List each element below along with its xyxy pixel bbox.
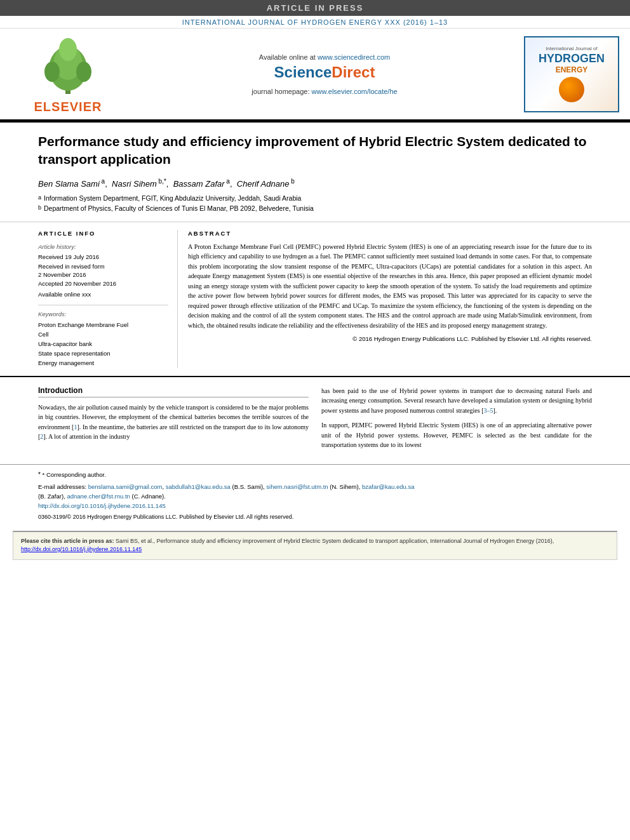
email-bzafar[interactable]: bzafar@kau.edu.sa [362, 483, 415, 490]
footnote-area: * * Corresponding author. E-mail address… [0, 464, 630, 527]
affil-2: b Department of Physics, Faculty of Scie… [38, 204, 592, 214]
email-sami[interactable]: benslama.sami@gmail.com [88, 483, 163, 490]
body-right-col: has been paid to the use of Hybrid power… [321, 386, 592, 455]
corresponding-label: * Corresponding author. [43, 471, 106, 478]
keyword-1: Proton Exchange Membrane FuelCell [38, 320, 168, 339]
doi-link[interactable]: http://dx.doi.org/10.1016/j.ijhydene.201… [38, 502, 166, 509]
email-suffix: (B. Zafar), [38, 493, 67, 500]
footnote-doi: http://dx.doi.org/10.1016/j.ijhydene.201… [38, 501, 592, 510]
svg-point-5 [59, 38, 77, 61]
hydrogen-energy-label: ENERGY [556, 65, 588, 74]
author-1-sup: a [100, 178, 105, 185]
sd-direct-text: Direct [332, 63, 375, 81]
email-sihem[interactable]: sihem.nasri@fst.utm.tn [266, 483, 328, 490]
hydrogen-logo-box: International Journal of HYDROGEN ENERGY [521, 34, 622, 114]
footnote-emails: E-mail addresses: benslama.sami@gmail.co… [38, 482, 592, 501]
author-2-sup: b,* [157, 178, 166, 185]
keyword-3: State space representation [38, 349, 168, 358]
cite-2[interactable]: 2 [40, 433, 43, 440]
info-abstract-section: Article info Article history: Received 1… [0, 222, 630, 377]
author-3-sup: a [225, 178, 230, 185]
history-label: Article history: [38, 242, 168, 252]
sciencedirect-url[interactable]: www.sciencedirect.com [318, 53, 390, 61]
elsevier-text: ELSEVIER [34, 100, 102, 114]
abstract-text: A Proton Exchange Membrane Fuel Cell (PE… [188, 242, 592, 331]
hydrogen-int-label: International Journal of [546, 46, 597, 52]
hydrogen-circle-graphic [559, 77, 584, 102]
cite-3-5[interactable]: 3–5 [484, 407, 493, 414]
citation-bar: Please cite this article in press as: Sa… [13, 531, 617, 560]
affil-1: a Information System Department, FGIT, K… [38, 194, 592, 204]
journal-name-bar: International Journal of Hydrogen Energy… [0, 16, 630, 29]
email-adnane[interactable]: adnane.cher@fst.rnu.tn [67, 493, 130, 500]
article-history: Article history: Received 19 July 2016 R… [38, 242, 168, 305]
revised-date: Received in revised form2 November 2016 [38, 262, 168, 279]
affil-2-sup: b [38, 204, 41, 214]
article-info-col: Article info Article history: Received 1… [38, 230, 178, 368]
copyright-line: © 2016 Hydrogen Energy Publications LLC.… [188, 335, 592, 342]
article-in-press-banner: Article in Press [0, 0, 630, 16]
keywords-section: Keywords: Proton Exchange Membrane FuelC… [38, 310, 168, 368]
author-3: Bassam Zafar [173, 179, 225, 189]
abstract-col: Abstract A Proton Exchange Membrane Fuel… [188, 230, 592, 368]
elsevier-tree-icon [30, 34, 106, 97]
header-section: ELSEVIER Available online at www.science… [0, 29, 630, 121]
corresponding-author: * * Corresponding author. [38, 470, 592, 480]
introduction-title: Introduction [38, 386, 309, 397]
svg-point-4 [76, 62, 91, 82]
body-section: Introduction Nowadays, the air pollution… [0, 377, 630, 464]
received-date: Received 19 July 2016 [38, 252, 168, 262]
body-left-col: Introduction Nowadays, the air pollution… [38, 386, 309, 455]
intro-para-3: In support, PEMFC powered Hybrid Electri… [321, 420, 592, 450]
email-sami2[interactable]: sabdullah1@kau.edu.sa [166, 483, 231, 490]
intro-para-2: has been paid to the use of Hybrid power… [321, 386, 592, 416]
header-center: Available online at www.sciencedirect.co… [133, 34, 516, 114]
affil-1-sup: a [38, 194, 41, 204]
keywords-label: Keywords: [38, 310, 168, 317]
article-main-title: Performance study and efficiency improve… [38, 133, 592, 169]
citation-bar-label: Please cite this article in press as: [21, 538, 116, 544]
citation-doi-link[interactable]: http://dx.doi.org/10.1016/j.ijhydene.201… [21, 546, 142, 552]
affil-1-text: Information System Department, FGIT, Kin… [44, 194, 301, 204]
emails-label: E-mail addresses: [38, 483, 88, 490]
available-online-text: Available online at www.sciencedirect.co… [259, 53, 390, 61]
abstract-heading: Abstract [188, 230, 592, 237]
affil-2-text: Department of Physics, Faculty of Scienc… [44, 204, 314, 214]
footnote-star: * [38, 471, 41, 478]
accepted-date: Accepted 20 November 2016 [38, 279, 168, 289]
sciencedirect-logo: ScienceDirect [274, 63, 375, 81]
svg-point-3 [44, 62, 60, 82]
article-title-section: Performance study and efficiency improve… [0, 123, 630, 222]
footnote-copyright: 0360-3199/© 2016 Hydrogen Energy Publica… [38, 512, 592, 521]
available-date: Available online xxx [38, 290, 168, 300]
author-2: Nasri Sihem [112, 179, 157, 189]
author-4-sup: b [289, 178, 294, 185]
affiliations: a Information System Department, FGIT, K… [38, 194, 592, 214]
author-4: Cherif Adnane [237, 179, 290, 189]
author-1: Ben Slama Sami [38, 179, 100, 189]
intro-para-1: Nowadays, the air pollution caused mainl… [38, 403, 309, 442]
authors-line: Ben Slama Sami a, Nasri Sihem b,*, Bassa… [38, 178, 592, 189]
cite-1[interactable]: 1 [74, 423, 77, 430]
sd-science-text: Science [274, 63, 332, 81]
article-info-heading: Article info [38, 230, 168, 237]
journal-homepage-link[interactable]: www.elsevier.com/locate/he [312, 88, 398, 95]
journal-homepage: journal homepage: www.elsevier.com/locat… [251, 88, 397, 95]
hydrogen-big-label: HYDROGEN [539, 52, 605, 66]
keyword-2: Ultra-capacitor bank [38, 339, 168, 349]
hydrogen-logo-inner: International Journal of HYDROGEN ENERGY [524, 36, 619, 112]
elsevier-logo: ELSEVIER [8, 34, 128, 114]
keyword-4: Energy management [38, 358, 168, 368]
